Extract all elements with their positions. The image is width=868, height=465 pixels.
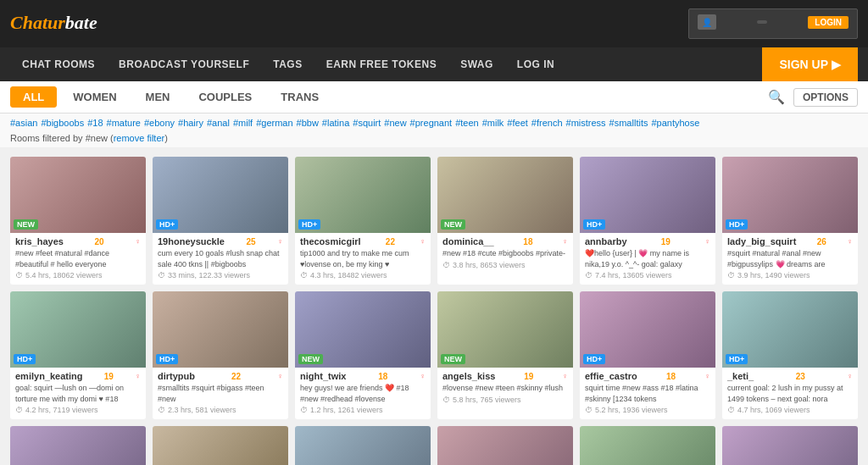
nav-broadcast[interactable]: BROADCAST YOURSELF [107,47,261,81]
user-panel: 👤 LOGIN [688,8,858,39]
gender-icon: ♀ [704,372,710,380]
tag-anal[interactable]: #anal [207,118,230,128]
gender-icon: ♀ [562,237,568,246]
room-thumb: HD+ [153,291,288,368]
site-logo[interactable]: Chaturbate [10,12,97,34]
room-name-row: dominica__ 18 ♀ [442,236,568,246]
room-card-night_twix[interactable]: NEW night_twix 18 ♀ hey guys! we are fri… [295,291,431,419]
room-name: angels_kiss [442,371,495,381]
tag-ebony[interactable]: #ebony [144,118,175,128]
room-name-row: 19honeysuckle 25 ♀ [158,236,283,246]
tag-milf[interactable]: #milf [233,118,253,128]
room-info: lady_big_squirt 26 ♀ #squirt #natural #a… [722,233,858,285]
room-name: night_twix [300,371,346,381]
tag-german[interactable]: #german [256,118,292,128]
nav-tags[interactable]: TAGS [261,47,314,81]
nav-chat-rooms[interactable]: CHAT ROOMS [10,47,107,81]
room-thumb: HD [437,426,573,465]
clock-icon: ⏱ [158,271,165,280]
room-card-emilyn_keating[interactable]: HD+ emilyn_keating 19 ♀ goal: squirt —lu… [10,291,146,419]
room-name-row: emilyn_keating 19 ♀ [15,371,141,381]
login-top-button[interactable]: LOGIN [808,16,849,29]
room-card-19honeysuckle[interactable]: HD+ 19honeysuckle 25 ♀ cum every 10 goal… [153,157,288,285]
room-name-row: _keti_ 23 ♀ [727,371,853,381]
room-viewers: 23 [796,372,805,381]
room-card-_keti_[interactable]: HD+ _keti_ 23 ♀ current goal: 2 lush in … [722,291,858,419]
nav-earn-tokens[interactable]: EARN FREE TOKENS [314,47,448,81]
room-card-room_15[interactable]: HD room_15 24 ♀ #new #anal #bigboobs ⏱ 3… [295,426,431,465]
tag-hairy[interactable]: #hairy [178,118,203,128]
room-viewers: 19 [661,237,670,246]
room-card-angels_kiss[interactable]: NEW angels_kiss 19 ♀ #lovense #new #teen… [437,291,573,419]
tag-asian[interactable]: #asian [10,118,37,128]
room-card-thecosmicgirl[interactable]: HD+ thecosmicgirl 22 ♀ tip1000 and try t… [295,157,431,285]
room-badge: NEW [441,354,465,364]
room-card-kris_hayes[interactable]: NEW kris_hayes 20 ♀ #new #feet #natural … [10,157,146,285]
room-thumb: HD+ [295,157,431,233]
nav-swag[interactable]: SWAG [448,47,505,81]
room-name: thecosmicgirl [300,236,361,246]
tag-bbw[interactable]: #bbw [297,118,319,128]
room-badge: HD+ [583,219,605,230]
remove-filter-link[interactable]: remove filter [114,133,165,143]
room-card-room_17[interactable]: HD room_17 22 ♀ #new #squirt #milf ⏱ 4.1… [580,426,715,465]
user-dropdown-button[interactable] [757,20,767,24]
room-name: _keti_ [727,371,754,381]
options-button[interactable]: OPTIONS [793,88,858,107]
gender-icon: ♀ [420,237,426,246]
room-card-annbarby[interactable]: HD+ annbarby 19 ♀ ❤️hello {user} | 💗 my … [580,157,715,285]
tag-new[interactable]: #new [384,118,406,128]
tab-women[interactable]: WOMEN [60,86,129,108]
signup-button[interactable]: SIGN UP ▶ [762,47,858,81]
room-thumb: HD [580,426,715,465]
room-card-room_16[interactable]: HD room_16 20 ♀ #new #teen #feet ⏱ 2.6 h… [437,426,573,465]
room-thumb: NEW [295,291,431,368]
room-time: ⏱ 5.4 hrs, 18062 viewers [15,271,141,280]
room-desc: ❤️hello {user} | 💗 my name is nika,19 y.… [585,248,710,269]
nav-login[interactable]: LOG IN [505,47,566,81]
tab-trans[interactable]: TRANS [268,86,331,108]
tag-feet[interactable]: #feet [507,118,527,128]
room-desc: hey guys! we are friends ❤️ #18 #new #re… [300,383,426,404]
room-name-row: annbarby 19 ♀ [585,236,710,246]
tag-18[interactable]: #18 [87,118,103,128]
tag-french[interactable]: #french [531,118,563,128]
tag-pregnant[interactable]: #pregnant [410,118,453,128]
room-card-lady_big_squirt[interactable]: HD+ lady_big_squirt 26 ♀ #squirt #natura… [722,157,858,285]
tag-mature[interactable]: #mature [107,118,141,128]
tab-all[interactable]: ALL [10,86,57,108]
room-card-dominica__[interactable]: NEW dominica__ 18 ♀ #new #18 #cute #bigb… [437,157,573,285]
clock-icon: ⏱ [727,271,735,280]
tag-mistress[interactable]: #mistress [566,118,606,128]
clock-icon: ⏱ [585,271,593,280]
tag-latina[interactable]: #latina [322,118,349,128]
tag-teen[interactable]: #teen [455,118,479,128]
search-icon[interactable]: 🔍 [768,89,785,105]
gender-icon: ♀ [277,237,283,246]
room-info: effie_castro 18 ♀ squirt time #new #ass … [580,368,715,419]
tag-squirt[interactable]: #squirt [353,118,381,128]
room-info: kris_hayes 20 ♀ #new #feet #natural #dan… [10,233,146,285]
clock-icon: ⏱ [300,271,308,280]
room-info: dirtypub 22 ♀ #smalltits #squirt #bigass… [153,368,288,419]
room-badge: HD+ [298,219,320,230]
room-time: ⏱ 2.3 hrs, 581 viewers [158,406,283,414]
room-card-effie_castro[interactable]: HD+ effie_castro 18 ♀ squirt time #new #… [580,291,715,419]
tag-milk[interactable]: #milk [482,118,504,128]
room-time: ⏱ 33 mins, 122.33 viewers [158,271,283,280]
tag-bigboobs[interactable]: #bigboobs [41,118,84,128]
room-badge: HD+ [156,219,178,230]
gender-icon: ♀ [847,237,853,246]
room-card-room_18[interactable]: HD room_18 19 ♀ #new #latina #18 ⏱ 1.5 h… [722,426,858,465]
room-thumb: HD+ [580,291,715,368]
room-card-room_13[interactable]: HD room_13 21 ♀ #new #teen #natural #cut… [10,426,146,465]
room-name: effie_castro [585,371,637,381]
room-card-room_14[interactable]: HD room_14 17 ♀ #new #lovense #squirt ⏱ … [153,426,288,465]
tag-smalltits[interactable]: #smalltits [609,118,648,128]
room-card-dirtypub[interactable]: HD+ dirtypub 22 ♀ #smalltits #squirt #bi… [153,291,288,419]
clock-icon: ⏱ [158,406,165,414]
room-viewers: 18 [666,372,676,381]
tab-men[interactable]: MEN [133,86,183,108]
tab-couples[interactable]: COUPLES [186,86,264,108]
tag-pantyhose[interactable]: #pantyhose [651,118,699,128]
